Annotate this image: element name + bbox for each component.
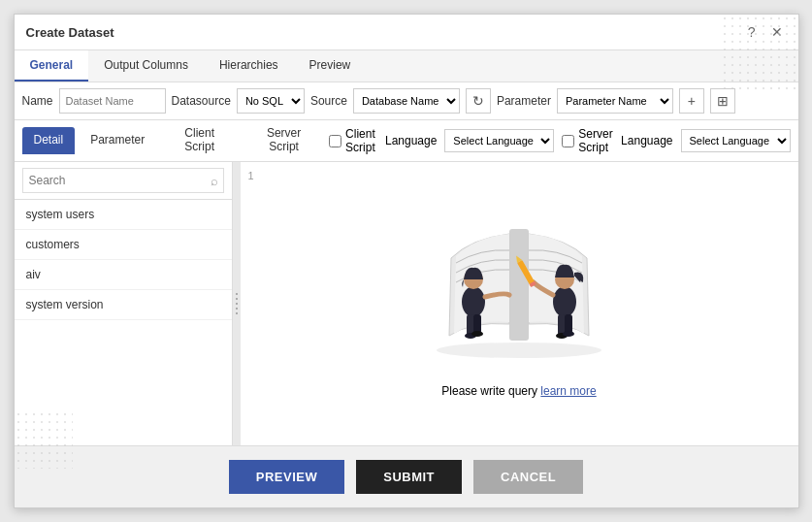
- cancel-button[interactable]: CANCEL: [473, 460, 583, 494]
- resize-handle[interactable]: [233, 162, 241, 445]
- datasource-select[interactable]: No SQL: [237, 88, 305, 114]
- parameter-label: Parameter: [497, 94, 551, 108]
- svg-point-13: [563, 331, 574, 337]
- tab-general[interactable]: General: [15, 50, 89, 82]
- main-tabs: General Output Columns Hierarchies Previ…: [15, 50, 798, 82]
- server-language-select[interactable]: Select Language: [681, 129, 791, 152]
- dialog-titlebar: Create Dataset ? ✕: [15, 15, 798, 50]
- subtab-parameter[interactable]: Parameter: [79, 127, 156, 154]
- refresh-button[interactable]: ↻: [466, 88, 491, 114]
- create-dataset-dialog: Create Dataset ? ✕ General Output Column…: [14, 14, 799, 508]
- main-editor-area: 1: [241, 162, 798, 445]
- svg-rect-1: [509, 229, 529, 341]
- sidebar-list: system users customers aiv system versio…: [15, 200, 232, 445]
- decorative-dots-top: [721, 15, 798, 92]
- tab-output-columns[interactable]: Output Columns: [88, 50, 204, 82]
- client-script-label: Client Script: [345, 127, 377, 154]
- content-area: ⌕ system users customers aiv system vers…: [15, 162, 798, 445]
- client-language-label: Language: [385, 134, 437, 147]
- list-item[interactable]: customers: [15, 230, 232, 260]
- client-language-select[interactable]: Select Language: [444, 129, 554, 152]
- toolbar: Name Datasource No SQL Source Database N…: [15, 82, 798, 120]
- decorative-dots-bottom: [15, 410, 73, 469]
- preview-button[interactable]: PREVIEW: [229, 460, 344, 494]
- source-select[interactable]: Database Name: [353, 88, 460, 114]
- sidebar: ⌕ system users customers aiv system vers…: [15, 162, 233, 445]
- source-label: Source: [310, 94, 347, 108]
- search-icon: ⌕: [211, 174, 218, 188]
- subtab-detail[interactable]: Detail: [22, 127, 76, 154]
- server-script-label: Server Script: [578, 127, 613, 154]
- svg-point-8: [553, 286, 576, 317]
- script-options: Client Script Language Select Language S…: [329, 127, 790, 154]
- client-script-checkbox[interactable]: [329, 135, 341, 147]
- client-script-wrap: Client Script: [329, 127, 377, 154]
- subtab-server-script[interactable]: Server Script: [243, 120, 325, 161]
- server-script-checkbox[interactable]: [562, 135, 574, 147]
- learn-more-link[interactable]: learn more: [540, 384, 596, 398]
- dialog-title: Create Dataset: [26, 25, 114, 40]
- sub-tabs-row: Detail Parameter Client Script Server Sc…: [15, 120, 798, 162]
- illustration: [412, 210, 626, 365]
- line-number: 1: [248, 170, 254, 181]
- search-box: ⌕: [15, 162, 232, 200]
- server-script-wrap: Server Script: [562, 127, 613, 154]
- server-language-label: Language: [621, 134, 672, 147]
- add-parameter-button[interactable]: +: [679, 88, 704, 114]
- list-item[interactable]: system users: [15, 200, 232, 230]
- search-input[interactable]: [22, 168, 224, 193]
- tab-preview[interactable]: Preview: [294, 50, 367, 82]
- list-item[interactable]: system version: [15, 290, 232, 320]
- parameter-select[interactable]: Parameter Name: [557, 88, 673, 114]
- resize-dots: [236, 293, 238, 314]
- list-item[interactable]: aiv: [15, 260, 232, 290]
- query-text: Please write query: [441, 384, 540, 398]
- dataset-name-input[interactable]: [59, 88, 166, 114]
- query-message: Please write query learn more: [441, 384, 596, 398]
- subtab-client-script[interactable]: Client Script: [160, 120, 239, 161]
- svg-point-0: [437, 343, 601, 358]
- datasource-label: Datasource: [172, 94, 231, 108]
- svg-point-2: [462, 286, 485, 317]
- submit-button[interactable]: SUBMIT: [356, 460, 462, 494]
- svg-point-7: [471, 331, 483, 337]
- tab-hierarchies[interactable]: Hierarchies: [204, 50, 294, 82]
- search-wrap: ⌕: [22, 168, 224, 193]
- footer: PREVIEW SUBMIT CANCEL: [15, 445, 798, 507]
- name-label: Name: [22, 94, 53, 108]
